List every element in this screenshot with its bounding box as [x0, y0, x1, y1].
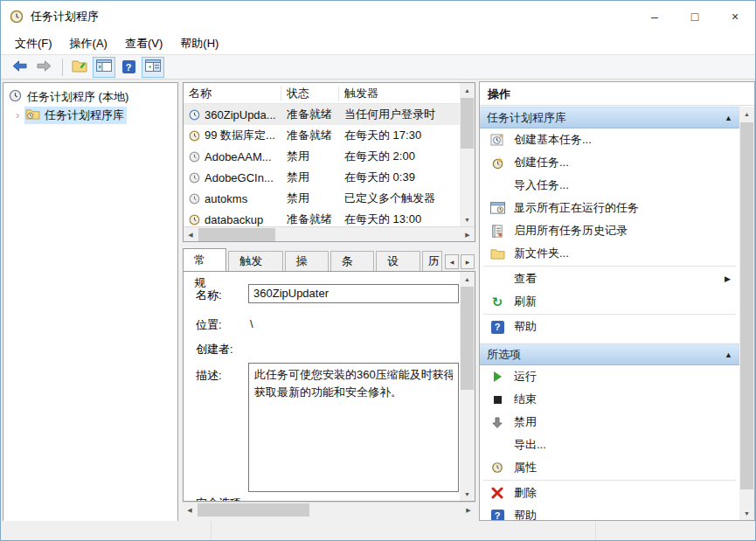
- library-section-label: 任务计划程序库: [487, 110, 725, 126]
- stop-icon: [494, 396, 502, 404]
- scrollbar-thumb[interactable]: [198, 228, 275, 241]
- tab-triggers[interactable]: 触发器: [228, 251, 282, 271]
- details-vertical-scrollbar[interactable]: ▲ ▼: [460, 272, 475, 501]
- action-label: 删除: [514, 485, 537, 501]
- action-delete[interactable]: 删除: [480, 482, 739, 504]
- action-label: 导入任务...: [514, 177, 569, 193]
- action-end[interactable]: 结束: [480, 388, 739, 411]
- titlebar: 任务计划程序 – □ ×: [1, 1, 755, 32]
- console-tree-toggle-button[interactable]: [93, 57, 115, 78]
- action-help[interactable]: ? 帮助: [480, 316, 739, 338]
- action-properties[interactable]: 属性: [480, 456, 739, 479]
- action-label: 运行: [514, 369, 537, 385]
- action-create-basic-task[interactable]: 创建基本任务...: [480, 128, 739, 151]
- task-trigger: 已定义多个触发器: [339, 191, 461, 206]
- column-header-trigger[interactable]: 触发器: [339, 86, 475, 101]
- chevron-right-icon[interactable]: ›: [16, 108, 24, 121]
- task-name: AdobeAAM...: [205, 150, 272, 163]
- author-label: 创建者:: [196, 342, 233, 357]
- task-name-input[interactable]: 360ZipUpdater: [248, 284, 459, 303]
- action-pane-icon: [145, 59, 161, 74]
- action-label: 创建任务...: [514, 155, 569, 170]
- scrollbar-thumb[interactable]: [198, 503, 309, 517]
- task-name: autokms: [205, 192, 247, 205]
- scroll-right-icon[interactable]: ▶: [461, 227, 475, 242]
- back-button[interactable]: [8, 57, 31, 78]
- task-row[interactable]: databackup 准备就绪 在每天的 13:00: [184, 209, 461, 227]
- minimize-button[interactable]: –: [635, 1, 675, 32]
- scroll-right-icon[interactable]: ▶: [461, 503, 475, 517]
- task-list-vertical-scrollbar[interactable]: ▲ ▼: [460, 83, 475, 226]
- import-task-button[interactable]: [68, 57, 91, 78]
- description-label: 描述:: [196, 368, 222, 384]
- scroll-left-icon[interactable]: ◀: [184, 227, 198, 242]
- tab-settings[interactable]: 设置: [376, 251, 420, 271]
- collapse-icon[interactable]: ▲: [725, 350, 732, 359]
- tree-item-library[interactable]: › 任务计划程序库: [3, 106, 177, 124]
- action-pane-toggle-button[interactable]: [142, 57, 164, 78]
- task-row[interactable]: autokms 禁用 已定义多个触发器: [184, 188, 461, 209]
- column-header-name[interactable]: 名称: [184, 86, 281, 101]
- description-textarea[interactable]: 此任务可使您安装的360压缩能及时获得 获取最新的功能和安全修补。: [248, 363, 459, 492]
- scrollbar-thumb[interactable]: [461, 98, 474, 149]
- action-create-task[interactable]: 创建任务...: [480, 151, 739, 174]
- library-section-header[interactable]: 任务计划程序库 ▲: [480, 107, 739, 128]
- menu-view[interactable]: 查看(V): [116, 32, 171, 54]
- column-header-status[interactable]: 状态: [281, 86, 339, 101]
- folder-clock-icon: [25, 108, 40, 122]
- action-refresh[interactable]: ↻ 刷新: [480, 290, 739, 313]
- tab-conditions[interactable]: 条件: [330, 251, 374, 271]
- menu-help[interactable]: 帮助(H): [171, 32, 227, 54]
- task-clock-icon: [189, 193, 200, 205]
- help-toolbar-button[interactable]: ?: [117, 57, 140, 78]
- tab-actions[interactable]: 操作: [285, 251, 329, 271]
- action-label: 帮助: [514, 508, 537, 520]
- scroll-down-icon[interactable]: ▼: [460, 212, 475, 226]
- scroll-up-icon[interactable]: ▲: [460, 83, 475, 97]
- action-disable[interactable]: 禁用: [480, 411, 739, 433]
- task-list-header: 名称 状态 触发器: [184, 83, 475, 104]
- tab-scroll-right-button[interactable]: ▶: [461, 254, 475, 269]
- tab-history[interactable]: 历: [422, 251, 442, 271]
- selected-item-section-header[interactable]: 所选项 ▲: [480, 343, 739, 365]
- task-row[interactable]: 360ZipUpda... 准备就绪 当任何用户登录时: [184, 104, 461, 125]
- tab-scroll-left-button[interactable]: ◀: [445, 254, 459, 269]
- scroll-down-icon[interactable]: ▼: [460, 487, 475, 501]
- forward-button[interactable]: [32, 57, 55, 78]
- scroll-up-icon[interactable]: ▲: [739, 107, 754, 121]
- task-row[interactable]: 99 数据库定... 准备就绪 在每天的 17:30: [184, 125, 461, 146]
- help-icon: ?: [122, 60, 135, 73]
- scrollbar-thumb[interactable]: [740, 122, 753, 489]
- task-row[interactable]: AdobeAAM... 禁用 在每天的 2:00: [184, 146, 461, 167]
- scroll-down-icon[interactable]: ▼: [739, 506, 754, 520]
- forward-arrow-icon: [36, 59, 52, 75]
- maximize-button[interactable]: □: [675, 1, 715, 32]
- tree-item-root[interactable]: 任务计划程序 (本地): [3, 87, 177, 106]
- close-button[interactable]: ×: [715, 1, 755, 32]
- action-import-task[interactable]: 导入任务...: [480, 174, 739, 197]
- action-help-selected[interactable]: ? 帮助: [480, 504, 739, 520]
- action-new-folder[interactable]: 新文件夹...: [480, 242, 739, 265]
- collapse-icon[interactable]: ▲: [725, 114, 732, 122]
- scroll-left-icon[interactable]: ◀: [183, 503, 197, 517]
- clock-icon: [9, 89, 22, 105]
- action-view[interactable]: 查看 ▶: [480, 267, 739, 290]
- task-list-horizontal-scrollbar[interactable]: ◀ ▶: [184, 226, 475, 241]
- task-status: 准备就绪: [281, 212, 339, 227]
- action-enable-task-history[interactable]: 启用所有任务历史记录: [480, 219, 739, 242]
- actions-vertical-scrollbar[interactable]: ▲ ▼: [739, 107, 754, 520]
- scrollbar-thumb[interactable]: [461, 287, 474, 390]
- menu-file[interactable]: 文件(F): [6, 32, 61, 54]
- action-show-running-tasks[interactable]: 显示所有正在运行的任务: [480, 197, 739, 219]
- scroll-up-icon[interactable]: ▲: [460, 272, 475, 286]
- task-row[interactable]: AdobeGCIn... 禁用 在每天的 0:39: [184, 167, 461, 188]
- action-export[interactable]: 导出...: [480, 433, 739, 456]
- menu-action[interactable]: 操作(A): [61, 32, 116, 54]
- location-label: 位置:: [196, 317, 222, 333]
- task-status: 禁用: [281, 170, 339, 185]
- action-run[interactable]: 运行: [480, 365, 739, 388]
- details-horizontal-scrollbar[interactable]: ◀ ▶: [183, 502, 475, 517]
- tab-general[interactable]: 常规: [183, 248, 226, 271]
- main-area: 任务计划程序 (本地) › 任务计划程序库 名称 状态 触发器 360ZipUp…: [1, 80, 755, 541]
- menu-bar: 文件(F) 操作(A) 查看(V) 帮助(H): [1, 32, 755, 55]
